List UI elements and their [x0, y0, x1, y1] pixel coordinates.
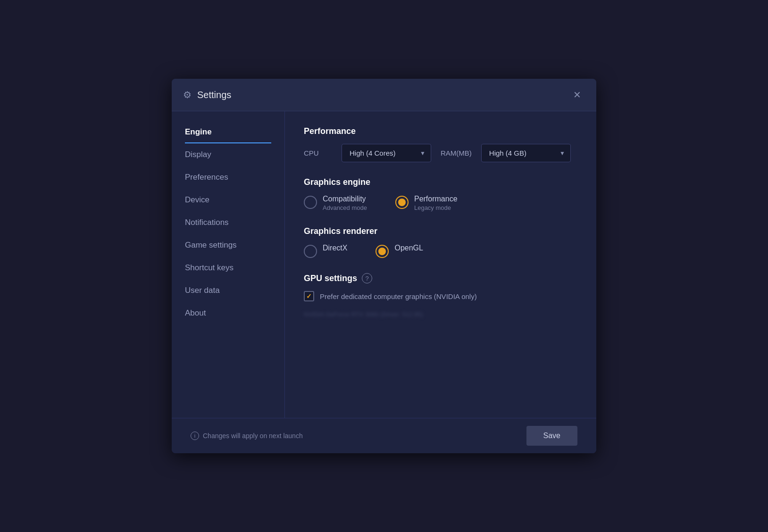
ram-select-wrapper: High (4 GB) Medium (2 GB) Low (1 GB) ▼: [481, 144, 571, 162]
checkbox-check-icon: ✓: [306, 292, 312, 300]
sidebar-item-engine[interactable]: Engine: [172, 121, 284, 143]
radio-sublabel-compatibility: Advanced mode: [323, 204, 367, 211]
sidebar-item-shortcut-keys[interactable]: Shortcut keys: [172, 257, 284, 279]
settings-dialog: ⚙ Settings ✕ Engine Display Preferences …: [172, 79, 596, 453]
performance-title: Performance: [304, 126, 577, 136]
gpu-blurred-info: NVIDIA GeForce RTX 3060 (Driver: 512.95): [304, 311, 577, 318]
gear-icon: ⚙: [183, 89, 192, 100]
gpu-title-row: GPU settings ?: [304, 273, 577, 283]
radio-outer-performance: [395, 196, 409, 209]
gpu-checkbox[interactable]: ✓: [304, 291, 314, 301]
cpu-select-wrapper: High (4 Cores) Medium (2 Cores) Low (1 C…: [342, 144, 431, 162]
graphics-renderer-section: Graphics renderer DirectX: [304, 226, 577, 258]
dialog-title: Settings: [197, 90, 231, 100]
radio-inner-performance: [398, 199, 406, 206]
radio-text-compatibility: Compatibility Advanced mode: [323, 195, 367, 211]
ram-select[interactable]: High (4 GB) Medium (2 GB) Low (1 GB): [481, 144, 571, 162]
sidebar: Engine Display Preferences Device Notifi…: [172, 111, 285, 418]
save-button[interactable]: Save: [526, 426, 577, 446]
header-left: ⚙ Settings: [183, 89, 231, 100]
radio-label-compatibility: Compatibility: [323, 195, 367, 203]
cpu-select[interactable]: High (4 Cores) Medium (2 Cores) Low (1 C…: [342, 144, 431, 162]
footer-note-text: Changes will apply on next launch: [203, 432, 303, 440]
radio-text-opengl: OpenGL: [394, 244, 423, 252]
sidebar-item-display[interactable]: Display: [172, 143, 284, 166]
performance-row: CPU High (4 Cores) Medium (2 Cores) Low …: [304, 144, 577, 162]
gpu-checkbox-label: Prefer dedicated computer graphics (NVID…: [320, 292, 477, 300]
performance-section: Performance CPU High (4 Cores) Medium (2…: [304, 126, 577, 162]
graphics-engine-radio-group: Compatibility Advanced mode Performance …: [304, 195, 577, 211]
radio-compatibility[interactable]: Compatibility Advanced mode: [304, 195, 367, 211]
radio-performance[interactable]: Performance Legacy mode: [395, 195, 458, 211]
graphics-renderer-radio-group: DirectX OpenGL: [304, 244, 577, 258]
dialog-header: ⚙ Settings ✕: [172, 79, 596, 111]
footer-note: i Changes will apply on next launch: [191, 432, 303, 440]
graphics-engine-section: Graphics engine Compatibility Advanced m…: [304, 177, 577, 211]
radio-label-directx: DirectX: [323, 244, 347, 252]
radio-opengl[interactable]: OpenGL: [376, 244, 423, 258]
radio-label-opengl: OpenGL: [394, 244, 423, 252]
sidebar-item-about[interactable]: About: [172, 302, 284, 324]
dialog-footer: i Changes will apply on next launch Save: [172, 418, 596, 453]
gpu-checkbox-row[interactable]: ✓ Prefer dedicated computer graphics (NV…: [304, 291, 577, 301]
graphics-renderer-title: Graphics renderer: [304, 226, 577, 236]
sidebar-item-preferences[interactable]: Preferences: [172, 166, 284, 189]
graphics-engine-title: Graphics engine: [304, 177, 577, 187]
radio-inner-opengl: [378, 248, 386, 255]
info-icon: i: [191, 432, 199, 440]
sidebar-item-notifications[interactable]: Notifications: [172, 211, 284, 234]
radio-text-performance: Performance Legacy mode: [414, 195, 458, 211]
gpu-settings-title: GPU settings: [304, 274, 357, 283]
radio-text-directx: DirectX: [323, 244, 347, 252]
radio-outer-opengl: [376, 245, 389, 258]
cpu-label: CPU: [304, 149, 332, 157]
sidebar-item-game-settings[interactable]: Game settings: [172, 234, 284, 257]
dialog-body: Engine Display Preferences Device Notifi…: [172, 111, 596, 418]
radio-outer-directx: [304, 245, 317, 258]
radio-sublabel-performance: Legacy mode: [414, 204, 458, 211]
gpu-help-icon[interactable]: ?: [362, 273, 372, 283]
ram-label: RAM(MB): [441, 149, 472, 157]
radio-directx[interactable]: DirectX: [304, 244, 347, 258]
sidebar-item-device[interactable]: Device: [172, 189, 284, 211]
main-content: Performance CPU High (4 Cores) Medium (2…: [285, 111, 596, 418]
close-button[interactable]: ✕: [569, 87, 585, 102]
radio-label-performance: Performance: [414, 195, 458, 203]
radio-outer-compatibility: [304, 196, 317, 209]
gpu-settings-section: GPU settings ? ✓ Prefer dedicated comput…: [304, 273, 577, 318]
sidebar-item-user-data[interactable]: User data: [172, 279, 284, 302]
